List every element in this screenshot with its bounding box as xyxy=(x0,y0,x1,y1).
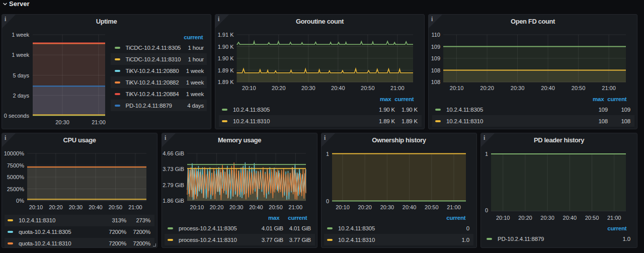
svg-text:20:10: 20:10 xyxy=(336,204,350,210)
svg-text:20:40: 20:40 xyxy=(249,204,263,210)
svg-text:20:30: 20:30 xyxy=(55,119,69,125)
svg-text:20:30: 20:30 xyxy=(229,204,244,210)
svg-text:20:20: 20:20 xyxy=(480,85,494,91)
svg-text:20:50: 20:50 xyxy=(361,85,375,91)
svg-text:20:40: 20:40 xyxy=(89,204,103,210)
svg-text:20:20: 20:20 xyxy=(210,204,224,210)
svg-text:20:50: 20:50 xyxy=(585,215,599,221)
svg-text:20:40: 20:40 xyxy=(541,85,555,91)
svg-text:21:00: 21:00 xyxy=(447,204,461,210)
svg-text:20:20: 20:20 xyxy=(49,204,63,210)
svg-text:1.90 K: 1.90 K xyxy=(218,44,234,50)
svg-text:0 seconds: 0 seconds xyxy=(4,113,30,119)
svg-text:108: 108 xyxy=(431,67,440,73)
svg-text:20:40: 20:40 xyxy=(563,215,577,221)
svg-text:20:10: 20:10 xyxy=(190,204,204,210)
svg-text:10000%: 10000% xyxy=(4,150,25,156)
svg-text:1.89 K: 1.89 K xyxy=(218,67,234,73)
svg-text:20:30: 20:30 xyxy=(69,204,83,210)
svg-text:1: 1 xyxy=(326,151,329,157)
svg-text:21:00: 21:00 xyxy=(289,204,303,210)
svg-text:20:10: 20:10 xyxy=(496,215,510,221)
svg-text:20:30: 20:30 xyxy=(540,215,554,221)
svg-text:2 days: 2 days xyxy=(13,93,30,99)
svg-text:21:00: 21:00 xyxy=(92,119,106,125)
svg-text:2500%: 2500% xyxy=(7,186,24,192)
svg-text:20:10: 20:10 xyxy=(242,85,256,91)
svg-text:20:40: 20:40 xyxy=(403,204,417,210)
svg-text:1.91 K: 1.91 K xyxy=(218,32,234,38)
svg-text:1.86 GiB: 1.86 GiB xyxy=(163,198,184,204)
svg-text:0: 0 xyxy=(485,207,488,213)
svg-text:21:00: 21:00 xyxy=(390,85,405,91)
svg-text:21:00: 21:00 xyxy=(602,85,616,91)
svg-text:21:00: 21:00 xyxy=(607,215,621,221)
svg-text:110: 110 xyxy=(431,32,440,38)
svg-text:20:20: 20:20 xyxy=(272,85,286,91)
svg-text:3.73 GiB: 3.73 GiB xyxy=(163,166,184,172)
svg-text:20:20: 20:20 xyxy=(358,204,372,210)
svg-text:20:50: 20:50 xyxy=(425,204,439,210)
svg-text:20:10: 20:10 xyxy=(29,204,43,210)
svg-text:20:30: 20:30 xyxy=(301,85,315,91)
svg-text:20:10: 20:10 xyxy=(450,85,464,91)
svg-text:20:30: 20:30 xyxy=(511,85,525,91)
svg-text:5000%: 5000% xyxy=(7,174,24,180)
svg-text:4.66 GiB: 4.66 GiB xyxy=(163,150,184,156)
svg-text:1.89 K: 1.89 K xyxy=(218,79,234,85)
svg-text:1.90 K: 1.90 K xyxy=(218,55,234,61)
svg-text:5 days: 5 days xyxy=(13,72,30,78)
svg-text:1: 1 xyxy=(485,151,488,157)
svg-text:20:50: 20:50 xyxy=(572,85,586,91)
svg-text:7500%: 7500% xyxy=(7,162,24,168)
svg-text:0%: 0% xyxy=(16,198,24,204)
svg-text:1 week: 1 week xyxy=(12,52,29,58)
svg-text:20:50: 20:50 xyxy=(269,204,283,210)
svg-text:1 week: 1 week xyxy=(12,32,29,38)
svg-text:21:00: 21:00 xyxy=(128,204,142,210)
svg-text:20:50: 20:50 xyxy=(109,204,123,210)
svg-text:108: 108 xyxy=(431,79,440,85)
svg-text:20:40: 20:40 xyxy=(331,85,345,91)
svg-text:109: 109 xyxy=(431,55,440,61)
svg-text:20:20: 20:20 xyxy=(518,215,532,221)
svg-text:109: 109 xyxy=(431,44,440,50)
svg-text:20:30: 20:30 xyxy=(380,204,394,210)
svg-text:2.79 GiB: 2.79 GiB xyxy=(163,182,184,188)
svg-text:0: 0 xyxy=(326,198,329,204)
